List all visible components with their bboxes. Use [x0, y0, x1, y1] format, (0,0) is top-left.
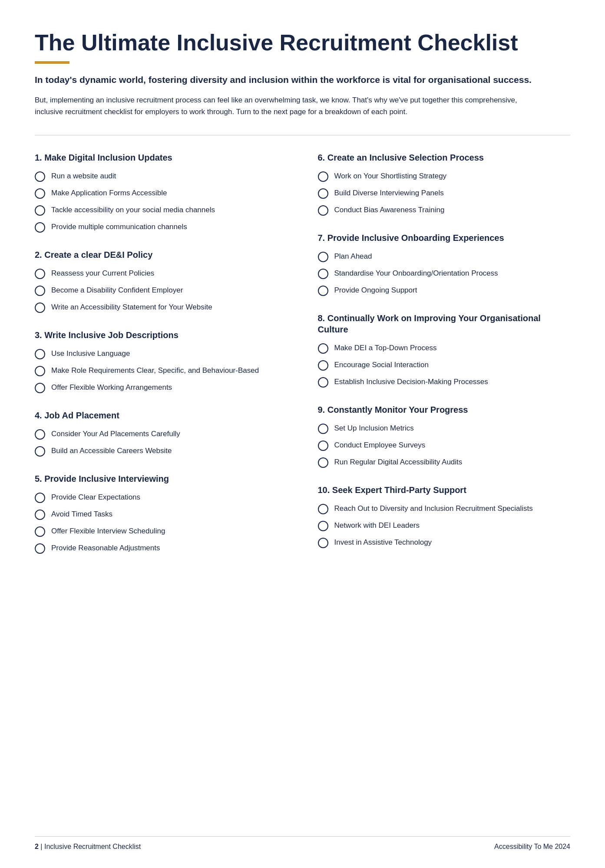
list-item: Run a website audit	[35, 171, 288, 182]
checklist-items-5: Provide Clear ExpectationsAvoid Timed Ta…	[35, 492, 288, 554]
section-title-10: 10. Seek Expert Third-Party Support	[318, 484, 571, 496]
list-item: Standardise Your Onboarding/Orientation …	[318, 268, 571, 279]
checklist-grid: 1. Make Digital Inclusion UpdatesRun a w…	[35, 152, 570, 570]
section-title-9: 9. Constantly Monitor Your Progress	[318, 404, 571, 415]
item-text: Reach Out to Diversity and Inclusion Rec…	[334, 503, 571, 514]
checkbox-circle[interactable]	[35, 269, 45, 279]
section-3: 3. Write Inclusive Job DescriptionsUse I…	[35, 329, 288, 393]
checkbox-circle[interactable]	[35, 188, 45, 199]
checkbox-circle[interactable]	[35, 510, 45, 520]
list-item: Provide Reasonable Adjustments	[35, 543, 288, 554]
subtitle: In today's dynamic world, fostering dive…	[35, 73, 570, 86]
checkbox-circle[interactable]	[318, 171, 328, 182]
item-text: Build Diverse Interviewing Panels	[334, 188, 571, 198]
section-9: 9. Constantly Monitor Your ProgressSet U…	[318, 404, 571, 468]
checkbox-circle[interactable]	[35, 493, 45, 503]
checklist-items-8: Make DEI a Top-Down ProcessEncourage Soc…	[318, 343, 571, 388]
checkbox-circle[interactable]	[318, 441, 328, 451]
checkbox-circle[interactable]	[318, 343, 328, 354]
list-item: Conduct Employee Surveys	[318, 440, 571, 451]
list-item: Plan Ahead	[318, 251, 571, 262]
checkbox-circle[interactable]	[35, 366, 45, 376]
checklist-items-1: Run a website auditMake Application Form…	[35, 171, 288, 233]
section-title-6: 6. Create an Inclusive Selection Process	[318, 152, 571, 163]
checkbox-circle[interactable]	[318, 252, 328, 262]
section-title-2: 2. Create a clear DE&I Policy	[35, 249, 288, 260]
list-item: Run Regular Digital Accessibility Audits	[318, 457, 571, 468]
page: The Ultimate Inclusive Recruitment Check…	[0, 0, 605, 868]
checkbox-circle[interactable]	[35, 205, 45, 216]
checkbox-circle[interactable]	[318, 457, 328, 468]
main-title: The Ultimate Inclusive Recruitment Check…	[35, 30, 570, 55]
checkbox-circle[interactable]	[35, 543, 45, 554]
item-text: Invest in Assistive Technology	[334, 537, 571, 548]
list-item: Reassess your Current Policies	[35, 268, 288, 279]
right-column: 6. Create an Inclusive Selection Process…	[318, 152, 571, 570]
checkbox-circle[interactable]	[35, 222, 45, 233]
item-text: Provide Clear Expectations	[51, 492, 288, 503]
checkbox-circle[interactable]	[318, 377, 328, 388]
section-2: 2. Create a clear DE&I PolicyReassess yo…	[35, 249, 288, 313]
checkbox-circle[interactable]	[318, 286, 328, 296]
item-text: Build an Accessible Careers Website	[51, 446, 288, 456]
section-title-4: 4. Job Ad Placement	[35, 410, 288, 421]
list-item: Avoid Timed Tasks	[35, 509, 288, 520]
item-text: Become a Disability Confident Employer	[51, 285, 288, 296]
checkbox-circle[interactable]	[318, 360, 328, 371]
checkbox-circle[interactable]	[35, 383, 45, 393]
list-item: Conduct Bias Awareness Training	[318, 205, 571, 216]
item-text: Plan Ahead	[334, 251, 571, 262]
checkbox-circle[interactable]	[318, 538, 328, 548]
item-text: Make Role Requirements Clear, Specific, …	[51, 365, 288, 376]
item-text: Provide Reasonable Adjustments	[51, 543, 288, 553]
checkbox-circle[interactable]	[318, 205, 328, 216]
footer: 2 | Inclusive Recruitment Checklist Acce…	[35, 836, 570, 851]
list-item: Make DEI a Top-Down Process	[318, 343, 571, 354]
item-text: Standardise Your Onboarding/Orientation …	[334, 268, 571, 279]
footer-left: 2 | Inclusive Recruitment Checklist	[35, 843, 141, 851]
checkbox-circle[interactable]	[35, 429, 45, 440]
checkbox-circle[interactable]	[35, 349, 45, 359]
list-item: Make Role Requirements Clear, Specific, …	[35, 365, 288, 376]
item-text: Offer Flexible Working Arrangements	[51, 382, 288, 393]
list-item: Establish Inclusive Decision-Making Proc…	[318, 377, 571, 388]
checkbox-circle[interactable]	[318, 424, 328, 434]
item-text: Offer Flexible Interview Scheduling	[51, 526, 288, 536]
checkbox-circle[interactable]	[35, 171, 45, 182]
left-column: 1. Make Digital Inclusion UpdatesRun a w…	[35, 152, 288, 570]
list-item: Consider Your Ad Placements Carefully	[35, 429, 288, 440]
checkbox-circle[interactable]	[318, 188, 328, 199]
checkbox-circle[interactable]	[35, 446, 45, 457]
list-item: Invest in Assistive Technology	[318, 537, 571, 548]
list-item: Build an Accessible Careers Website	[35, 446, 288, 457]
section-10: 10. Seek Expert Third-Party SupportReach…	[318, 484, 571, 548]
checkbox-circle[interactable]	[35, 302, 45, 313]
list-item: Provide Ongoing Support	[318, 285, 571, 296]
page-number: 2	[35, 843, 39, 850]
item-text: Write an Accessibility Statement for You…	[51, 302, 288, 312]
list-item: Use Inclusive Language	[35, 349, 288, 359]
item-text: Work on Your Shortlisting Strategy	[334, 171, 571, 181]
list-item: Set Up Inclusion Metrics	[318, 423, 571, 434]
header-divider	[35, 135, 570, 135]
item-text: Set Up Inclusion Metrics	[334, 423, 571, 434]
section-6: 6. Create an Inclusive Selection Process…	[318, 152, 571, 216]
item-text: Conduct Employee Surveys	[334, 440, 571, 450]
item-text: Tackle accessibility on your social medi…	[51, 205, 288, 215]
list-item: Build Diverse Interviewing Panels	[318, 188, 571, 199]
section-title-3: 3. Write Inclusive Job Descriptions	[35, 329, 288, 341]
item-text: Make DEI a Top-Down Process	[334, 343, 571, 353]
checklist-items-9: Set Up Inclusion MetricsConduct Employee…	[318, 423, 571, 468]
checkbox-circle[interactable]	[318, 521, 328, 531]
item-text: Network with DEI Leaders	[334, 520, 571, 531]
checkbox-circle[interactable]	[35, 286, 45, 296]
item-text: Conduct Bias Awareness Training	[334, 205, 571, 215]
list-item: Offer Flexible Working Arrangements	[35, 382, 288, 393]
list-item: Encourage Social Interaction	[318, 360, 571, 371]
checkbox-circle[interactable]	[318, 269, 328, 279]
checklist-items-7: Plan AheadStandardise Your Onboarding/Or…	[318, 251, 571, 296]
item-text: Provide multiple communication channels	[51, 222, 288, 232]
checkbox-circle[interactable]	[318, 504, 328, 514]
section-5: 5. Provide Inclusive InterviewingProvide…	[35, 473, 288, 554]
checkbox-circle[interactable]	[35, 526, 45, 537]
